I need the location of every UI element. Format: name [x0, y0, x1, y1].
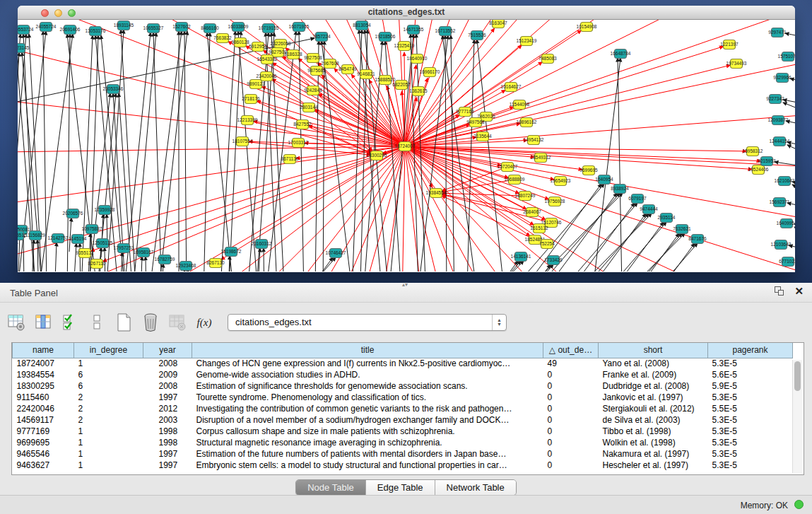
graph-node[interactable]: 16033809 — [228, 23, 249, 32]
graph-node[interactable]: 10164627 — [501, 83, 522, 92]
graph-node[interactable]: 12103643 — [771, 240, 792, 250]
select-all-icon[interactable] — [59, 312, 81, 333]
graph-node[interactable]: 16210643 — [775, 177, 795, 186]
tab-edge-table[interactable]: Edge Table — [366, 480, 435, 495]
graph-node[interactable]: 18549312 — [531, 153, 551, 163]
graph-node[interactable]: 2684067 — [523, 208, 541, 217]
graph-node[interactable]: 15751074 — [778, 52, 795, 62]
table-row[interactable]: 911546021997Tourette syndrome. Phenomeno… — [13, 392, 793, 403]
network-canvas[interactable]: 1872400776638229860128591295423226058982… — [18, 20, 795, 271]
graph-node[interactable]: 2935114 — [658, 214, 676, 223]
graph-node[interactable]: 9329966 — [773, 74, 792, 83]
graph-node[interactable]: 9827508 — [304, 54, 322, 63]
graph-node[interactable]: 9497568 — [466, 118, 485, 127]
table-selector-dropdown[interactable]: citations_edges.txt ▲▼ — [228, 314, 507, 331]
graph-node[interactable]: 1527602 — [172, 23, 191, 32]
graph-node[interactable]: 7485083 — [539, 54, 557, 64]
graph-node[interactable]: 10719155 — [259, 24, 279, 33]
table-row[interactable]: 1872400712008Changes of HCN gene express… — [13, 358, 793, 369]
graph-node[interactable]: 16409954 — [777, 219, 795, 228]
graph-node[interactable]: 17359928 — [95, 206, 115, 215]
graph-node[interactable]: 15958312 — [743, 147, 763, 156]
column-header-title[interactable]: title — [192, 343, 543, 358]
graph-node[interactable]: 19734493 — [726, 59, 747, 69]
table-row[interactable]: 1830029562008Estimation of significance … — [13, 380, 793, 392]
graph-node[interactable]: 14671355 — [404, 25, 424, 35]
graph-node[interactable]: 12213399 — [237, 116, 258, 125]
graph-node[interactable]: 15692371 — [770, 198, 790, 207]
table-row[interactable]: 1456911722003Disruption of a novel membe… — [13, 414, 793, 426]
graph-node[interactable]: 16648784 — [611, 49, 631, 59]
graph-node[interactable]: 18640910 — [407, 54, 428, 64]
table-settings-icon[interactable] — [6, 312, 27, 333]
graph-node[interactable]: 14954132 — [524, 136, 544, 145]
graph-node[interactable]: 16713552 — [435, 27, 456, 36]
graph-node[interactable]: 10688809 — [505, 175, 525, 185]
graph-node[interactable]: 12505135 — [93, 239, 113, 248]
column-header-name[interactable]: name — [13, 343, 74, 358]
graph-node[interactable]: 2967608 — [321, 59, 339, 69]
graph-node[interactable]: 2803144 — [300, 103, 318, 112]
table-row[interactable]: 2242004622012Investigating the contribut… — [13, 403, 793, 414]
graph-node[interactable]: 20553724 — [18, 25, 34, 35]
graph-node[interactable]: 20206576 — [63, 209, 83, 218]
table-row[interactable]: 969969511998Structural magnetic resonanc… — [13, 437, 793, 448]
graph-node[interactable]: 10975887 — [82, 225, 102, 234]
graph-node[interactable]: 15123419 — [517, 37, 537, 46]
graph-node[interactable]: 5912954 — [249, 42, 267, 52]
graph-node[interactable]: 15198672 — [221, 247, 242, 257]
graph-node[interactable]: 10655327 — [143, 24, 164, 33]
graph-node[interactable]: 16966170 — [420, 68, 440, 77]
graph-node[interactable]: 19654923 — [551, 177, 571, 186]
close-panel-icon[interactable]: ✕ — [794, 286, 804, 296]
column-header-in_degree[interactable]: in_degree — [74, 343, 143, 358]
scrollbar-thumb[interactable] — [794, 361, 801, 391]
graph-node[interactable]: 7857224 — [312, 33, 331, 42]
graph-node[interactable]: 7663822 — [213, 34, 232, 43]
graph-node[interactable]: 8163047 — [489, 20, 507, 28]
graph-node[interactable]: 6771023 — [779, 257, 795, 267]
graph-node[interactable]: 10746427 — [326, 249, 346, 258]
float-panel-icon[interactable] — [775, 286, 784, 296]
graph-node[interactable]: 23053346 — [103, 85, 124, 94]
tab-node-table[interactable]: Node Table — [296, 480, 366, 495]
graph-node[interactable]: 9474444 — [640, 205, 658, 214]
graph-node[interactable]: 10154908 — [577, 23, 597, 32]
graph-node[interactable]: 19218506 — [375, 33, 396, 42]
graph-node[interactable]: 1733426 — [544, 256, 563, 265]
graph-node[interactable]: 12142757 — [48, 234, 69, 243]
graph-node[interactable]: 6079197 — [628, 194, 647, 204]
table-row[interactable]: 977716911998Corpus callosum shape and si… — [13, 426, 793, 437]
graph-node[interactable]: 20691406 — [60, 25, 81, 35]
graph-node[interactable]: 18931145 — [114, 21, 134, 30]
graph-node[interactable]: 9860128 — [231, 38, 249, 47]
column-header-out_de[interactable]: △ out_de… — [543, 343, 599, 358]
graph-node[interactable]: 14136141 — [511, 252, 531, 262]
graph-node[interactable]: 12444154 — [770, 137, 790, 146]
window-titlebar[interactable]: citations_edges.txt — [18, 6, 795, 20]
column-header-short[interactable]: short — [599, 343, 708, 358]
graph-node[interactable]: 10524406 — [748, 165, 769, 175]
graph-node[interactable]: 1145194 — [69, 235, 87, 244]
graph-node[interactable]: 8427552 — [293, 120, 312, 129]
graph-node[interactable]: 12325419 — [394, 42, 415, 51]
column-header-pagerank[interactable]: pagerank — [708, 343, 793, 358]
delete-rows-icon[interactable] — [140, 312, 161, 333]
column-header-year[interactable]: year — [143, 343, 192, 358]
graph-node[interactable]: 9297471 — [768, 28, 787, 37]
graph-node[interactable]: 9875685 — [307, 66, 326, 76]
graph-node[interactable]: 7632621 — [673, 225, 691, 234]
graph-node[interactable]: 8471676 — [688, 235, 707, 244]
table-row[interactable]: 946554611997Estimation of the future num… — [13, 448, 793, 460]
graph-node[interactable]: 16071915 — [289, 23, 310, 32]
tab-network-table[interactable]: Network Table — [435, 480, 516, 495]
graph-node[interactable]: 9699695 — [579, 166, 598, 175]
graph-node[interactable]: 16923145 — [18, 44, 30, 53]
graph-node[interactable]: 9355132 — [76, 249, 94, 258]
graph-node[interactable]: 16543382 — [257, 55, 278, 64]
graph-node[interactable]: 9777169 — [456, 107, 474, 117]
table-row[interactable]: 1938455462009Genome-wide association stu… — [13, 369, 793, 380]
graph-node[interactable]: 8466160 — [201, 24, 219, 33]
graph-node[interactable]: 12093872 — [768, 116, 789, 125]
table-row[interactable]: 946362711997Embryonic stem cells: a mode… — [13, 460, 793, 471]
